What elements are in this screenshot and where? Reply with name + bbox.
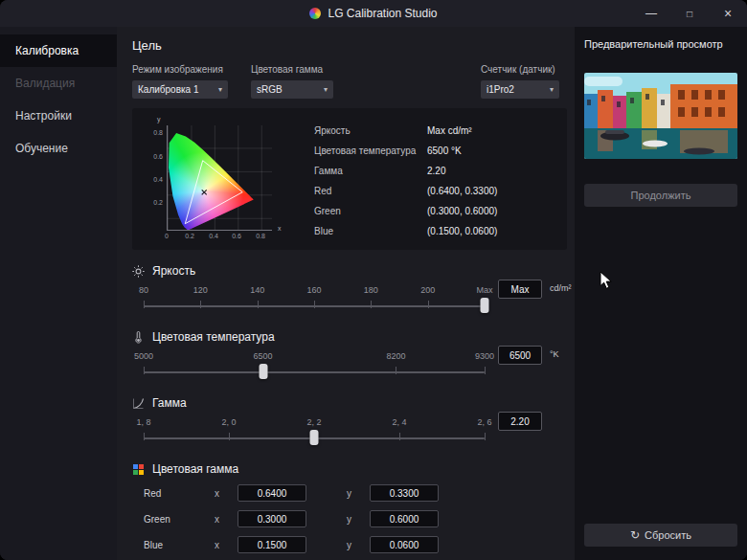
target-summary: Яркость Max cd/m² Цветовая температура 6… [314,118,555,240]
brightness-slider-track[interactable] [144,305,485,307]
window-controls: — □ × [632,0,747,27]
continue-button[interactable]: Продолжить [584,184,737,207]
color-gamut-icon [132,463,145,476]
sidebar-item-calibration[interactable]: Калибровка [0,34,117,67]
blue-x-field[interactable]: 0.1500 [238,536,306,553]
color-gamut-select[interactable]: sRGB ▾ [251,80,333,99]
picture-mode-value: Калибровка 1 [138,84,198,95]
x-tick: 0.6 [232,233,241,239]
sidebar-item-validation[interactable]: Валидация [0,67,117,100]
app-logo-icon [309,8,321,19]
red-x-field[interactable]: 0.6400 [238,484,306,502]
app-window: LG Calibration Studio — □ × Калибровка В… [0,0,747,560]
picture-mode-select[interactable]: Калибровка 1 ▾ [132,80,228,99]
brightness-title: Яркость [152,264,195,278]
summary-row: Яркость Max cd/m² [314,125,555,136]
blue-y-field[interactable]: 0.0600 [370,536,439,553]
gamut-row-red: Red x 0.6400 y 0.3300 [144,483,567,503]
scale-tick: 120 [193,285,208,295]
scale-tick: 6500 [254,351,273,361]
scale-tick: 8200 [386,351,405,361]
scale-tick: 5000 [134,351,153,361]
temperature-title: Цветовая температура [152,330,275,344]
y-axis-label: y [157,116,161,123]
color-gamut-value: sRGB [257,84,283,95]
reset-button[interactable]: ↻ Сбросить [584,524,737,547]
brightness-slider-handle[interactable] [481,298,489,313]
scale-tick: Max [476,285,492,295]
picture-mode-label: Режим изображения [132,64,228,75]
gamma-icon [132,397,145,410]
scale-tick: 1, 8 [136,417,150,427]
y-tick: 0.4 [147,176,163,183]
x-tick: 0 [165,233,169,239]
green-x-field[interactable]: 0.3000 [238,510,306,527]
gamma-title: Гамма [152,396,187,410]
sidebar-item-settings[interactable]: Настройки [0,100,117,132]
gamma-value-field[interactable]: 2.20 [498,412,542,431]
title-bar: LG Calibration Studio — □ × [0,0,747,27]
preview-image [584,73,737,159]
white-point-marker [202,190,207,194]
gamut-row-blue: Blue x 0.1500 y 0.0600 [144,535,567,554]
scale-tick: 180 [364,285,378,295]
temperature-section: Цветовая температура 5000 6500 8200 9300… [132,330,567,382]
scale-tick: 2, 0 [221,417,236,427]
brightness-section: Яркость 80 120 140 160 180 200 Max Max c… [132,264,567,316]
scale-tick: 140 [250,285,264,295]
temperature-slider-track[interactable] [144,371,485,373]
summary-row: Red (0.6400, 0.3300) [314,186,555,196]
x-axis-label: x [278,225,282,232]
y-tick: 0.8 [147,129,163,136]
sensor-select[interactable]: i1Pro2 ▾ [481,80,559,99]
temperature-slider-handle[interactable] [259,364,267,379]
mouse-cursor [600,271,613,290]
green-y-field[interactable]: 0.6000 [370,510,439,527]
gamut-title: Цветовая гамма [152,462,238,476]
scale-tick: 9300 [475,351,494,361]
chromaticity-chart: y 0.2 0.4 0.6 0.8 0 0.2 0. [144,118,295,240]
sidebar-item-training[interactable]: Обучение [0,132,117,165]
maximize-button[interactable]: □ [670,0,709,27]
summary-row: Blue (0.1500, 0.0600) [314,226,555,236]
y-coordinate-label: y [347,488,362,499]
reset-label: Сбросить [645,529,691,541]
temperature-value-field[interactable]: 6500 [498,346,542,365]
srgb-triangle [168,125,273,231]
scale-tick: 2, 6 [477,417,491,427]
preview-panel: Предварительный просмотр [575,27,747,560]
x-coordinate-label: x [215,540,230,550]
x-coordinate-label: x [215,488,230,499]
gamma-slider-handle[interactable] [310,430,319,445]
y-tick: 0.6 [147,153,163,160]
summary-row: Цветовая температура 6500 °K [314,146,555,156]
x-tick: 0.8 [256,233,265,239]
window-title: LG Calibration Studio [328,7,437,20]
sensor-value: i1Pro2 [487,84,514,95]
gamut-row-green: Green x 0.3000 y 0.6000 [144,509,567,528]
chevron-down-icon: ▾ [550,85,554,94]
chevron-down-icon: ▾ [218,85,222,94]
summary-row: Гамма 2.20 [314,166,555,176]
red-y-field[interactable]: 0.3300 [370,484,439,502]
target-controls: Режим изображения Калибровка 1 ▾ Цветова… [132,64,567,99]
scale-tick: 200 [420,285,435,295]
gamut-section: Цветовая гамма Red x 0.6400 y 0.3300 Gre… [132,462,567,554]
x-tick: 0.2 [185,233,194,239]
scale-tick: 2, 4 [392,417,406,427]
minimize-button[interactable]: — [632,0,670,27]
x-tick: 0.4 [209,233,218,239]
x-coordinate-label: x [215,514,230,525]
sensor-label: Счетчик (датчик) [481,64,559,75]
summary-row: Green (0.3000, 0.6000) [314,206,555,216]
main-content: Цель Режим изображения Калибровка 1 ▾ Цв… [117,27,575,560]
close-button[interactable]: × [709,0,747,27]
brightness-value-field[interactable]: Max [498,280,542,299]
brightness-unit: cd/m² [550,283,572,293]
preview-title: Предварительный просмотр [584,38,737,50]
sidebar: Калибровка Валидация Настройки Обучение [0,27,117,560]
temperature-unit: °K [550,349,559,359]
page-title: Цель [132,38,567,53]
chevron-down-icon: ▾ [324,85,328,94]
y-coordinate-label: y [347,540,362,550]
